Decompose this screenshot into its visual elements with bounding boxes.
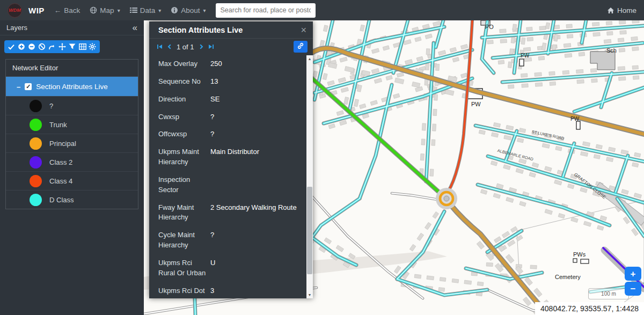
record-count: 1 of 1 bbox=[177, 43, 194, 51]
legend-swatch bbox=[30, 100, 42, 112]
attribute-row: Ukpms Maint Hierarchy Main Distributor bbox=[149, 143, 306, 171]
scroll-up-icon[interactable]: ▲ bbox=[306, 55, 313, 62]
layer-label: Section Attributes Live bbox=[36, 83, 108, 91]
first-record-button[interactable] bbox=[156, 43, 163, 50]
chevron-down-icon: ▾ bbox=[203, 8, 206, 13]
attribute-row: Cwxsp ? bbox=[149, 108, 306, 126]
attribute-row: Fway Maint Hierarchy 2 Secondary Walking… bbox=[149, 199, 306, 227]
record-pager: 1 of 1 bbox=[149, 39, 313, 55]
map-roundabout bbox=[436, 188, 457, 209]
info-icon bbox=[171, 6, 178, 14]
attribute-row: Ukpms Rci Rural Or Urban U bbox=[149, 254, 306, 282]
attribute-value: ? bbox=[210, 230, 304, 251]
check-icon[interactable] bbox=[7, 42, 16, 51]
attribute-value: 250 bbox=[210, 59, 304, 69]
legend-swatch bbox=[30, 194, 42, 206]
legend-list: ? Trunk Principal Class 2 bbox=[6, 96, 138, 209]
map-text-label: PWs bbox=[573, 251, 586, 258]
about-menu[interactable]: About ▾ bbox=[171, 6, 206, 14]
attributes-list: Max Overlay 250 Sequence No 13 Direction… bbox=[149, 55, 306, 298]
close-icon[interactable]: × bbox=[301, 25, 306, 35]
list-icon bbox=[130, 7, 137, 13]
attribute-label: Inspection Sector bbox=[158, 175, 210, 195]
collapse-layer-icon[interactable]: – bbox=[17, 83, 20, 91]
zoom-out-button[interactable]: − bbox=[625, 282, 641, 296]
wdm-logo[interactable]: WDM bbox=[8, 3, 22, 18]
legend-label: Principal bbox=[49, 140, 76, 148]
attribute-value: 2 Secondary Walking Route bbox=[210, 203, 304, 223]
attribute-value: Main Distributor bbox=[210, 147, 304, 167]
scroll-down-icon[interactable]: ▼ bbox=[306, 291, 313, 298]
network-editor-title: Network Editor bbox=[6, 60, 138, 77]
map-menu[interactable]: Map ▾ bbox=[90, 6, 120, 14]
section-attributes-panel: Section Attributes Live × 1 of 1 Max Ove… bbox=[149, 21, 313, 298]
attribute-label: Fway Maint Hierarchy bbox=[158, 203, 210, 223]
attribute-label: Direction bbox=[158, 94, 210, 105]
legend-label: Class 4 bbox=[49, 177, 72, 185]
attribute-row: Cycle Maint Hierarchy ? bbox=[149, 226, 306, 254]
map-text-label: Sch bbox=[606, 47, 617, 54]
legend-label: Trunk bbox=[49, 121, 67, 129]
gear-icon[interactable] bbox=[88, 42, 97, 51]
home-button[interactable]: Home bbox=[607, 6, 636, 14]
legend-item: D Class bbox=[6, 190, 138, 209]
legend-item: Class 2 bbox=[6, 152, 138, 171]
attribute-label: Ukpms Rci Dot Classification bbox=[158, 286, 210, 298]
back-button[interactable]: ← Back bbox=[54, 6, 80, 14]
attribute-value: 3 bbox=[210, 286, 304, 298]
link-button[interactable] bbox=[294, 41, 308, 53]
previous-record-button[interactable] bbox=[165, 43, 173, 50]
redo-arrow-icon[interactable] bbox=[48, 42, 56, 51]
attribute-value: ? bbox=[210, 129, 304, 140]
layers-panel-title: Layers bbox=[6, 24, 27, 32]
attribute-value: U bbox=[210, 258, 304, 279]
move-icon[interactable] bbox=[58, 42, 67, 51]
layer-checkbox[interactable]: ✓ bbox=[25, 83, 32, 90]
legend-swatch bbox=[30, 137, 42, 150]
layers-toolbar bbox=[4, 40, 100, 53]
legend-item: Class 4 bbox=[6, 171, 138, 190]
brand-title: WIP bbox=[28, 6, 45, 15]
attribute-row: Sequence No 13 bbox=[149, 73, 306, 91]
panel-scrollbar[interactable]: ▲ ▼ bbox=[306, 55, 313, 298]
layer-row-section-attributes-live[interactable]: – ✓ Section Attributes Live bbox=[6, 77, 138, 96]
search-input[interactable] bbox=[216, 3, 316, 18]
attribute-label: Cwxsp bbox=[158, 112, 210, 122]
back-arrow-icon: ← bbox=[54, 6, 62, 14]
map-text-label: PO bbox=[485, 24, 494, 30]
attribute-label: Sequence No bbox=[158, 77, 210, 87]
attribute-label: Offcwxsp bbox=[158, 129, 210, 140]
filter-icon[interactable] bbox=[68, 42, 77, 51]
map-scale-bar: 100 m bbox=[588, 288, 629, 299]
link-icon bbox=[297, 42, 304, 51]
map-text-label: PW bbox=[521, 53, 529, 58]
chevron-down-icon: ▾ bbox=[118, 8, 120, 13]
app-window: WDM WIP ← Back Map ▾ Data ▾ About ▾ bbox=[0, 0, 644, 315]
plus-circle-icon[interactable] bbox=[17, 42, 26, 51]
legend-swatch bbox=[30, 156, 42, 169]
collapse-panel-icon[interactable]: « bbox=[133, 23, 137, 32]
map-zoom-control: + − bbox=[625, 267, 641, 296]
map-text-label: PW bbox=[570, 116, 579, 122]
attribute-label: Cycle Maint Hierarchy bbox=[158, 230, 210, 251]
legend-swatch bbox=[30, 119, 42, 131]
table-icon[interactable] bbox=[78, 42, 87, 51]
globe-icon bbox=[90, 6, 97, 14]
attribute-row: Inspection Sector bbox=[149, 171, 306, 199]
layers-panel: Layers « Network Editor – ✓ Section Attr… bbox=[0, 20, 144, 315]
zoom-in-button[interactable]: + bbox=[625, 267, 641, 281]
attribute-value: ? bbox=[210, 112, 304, 122]
next-record-button[interactable] bbox=[198, 43, 206, 50]
data-menu[interactable]: Data ▾ bbox=[130, 6, 162, 14]
attribute-label: Ukpms Maint Hierarchy bbox=[158, 147, 210, 167]
attribute-value bbox=[210, 175, 304, 195]
minus-circle-icon[interactable] bbox=[27, 42, 36, 51]
attribute-label: Ukpms Rci Rural Or Urban bbox=[158, 258, 210, 279]
attribute-row: Offcwxsp ? bbox=[149, 126, 306, 143]
last-record-button[interactable] bbox=[208, 43, 215, 50]
attribute-label: Max Overlay bbox=[158, 59, 210, 69]
ban-icon[interactable] bbox=[38, 42, 46, 51]
legend-label: ? bbox=[49, 102, 53, 110]
legend-item: ? bbox=[6, 96, 138, 115]
scrollbar-thumb[interactable] bbox=[307, 187, 312, 274]
